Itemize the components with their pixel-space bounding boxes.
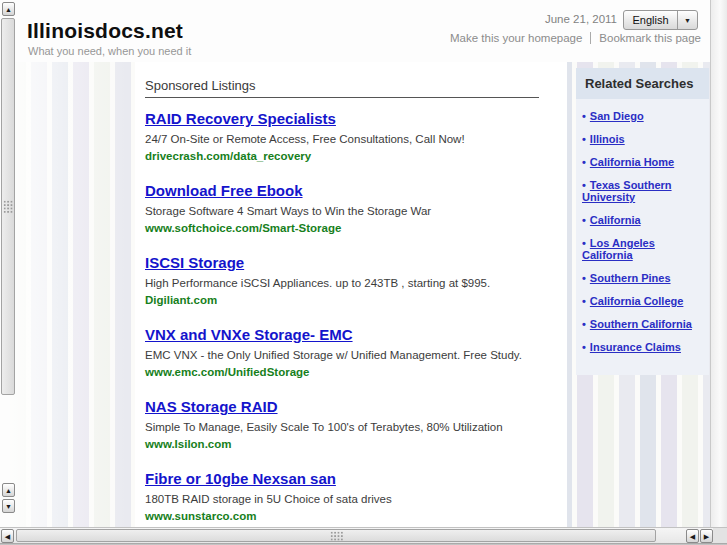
vertical-scrollbar-thumb[interactable] (1, 18, 15, 395)
listing-item: Fibre or 10gbe Nexsan san 180TB RAID sto… (145, 470, 567, 523)
listing-title-link[interactable]: NAS Storage RAID (145, 398, 567, 416)
listing-display-url[interactable]: www.Isilon.com (145, 437, 567, 451)
scrollbar-grip-icon (330, 531, 343, 541)
header-links: Make this your homepageBookmark this pag… (450, 32, 701, 44)
listing-title-link[interactable]: ISCSI Storage (145, 254, 567, 272)
scroll-down-icon: ▼ (5, 503, 12, 510)
listing-display-url[interactable]: www.sunstarco.com (145, 509, 567, 523)
scroll-up-icon: ▲ (5, 6, 12, 13)
related-search-link[interactable]: •Illinois (582, 133, 703, 145)
bullet-icon: • (582, 318, 586, 330)
make-homepage-link[interactable]: Make this your homepage (450, 32, 582, 44)
scroll-left-icon: ◀ (690, 533, 695, 540)
listing-display-url[interactable]: Digiliant.com (145, 293, 567, 307)
listing-display-url[interactable]: drivecrash.com/data_recovery (145, 149, 567, 163)
sponsored-listings-heading: Sponsored Listings (145, 78, 567, 93)
listing-display-url[interactable]: www.softchoice.com/Smart-Storage (145, 221, 567, 235)
language-selector[interactable]: English ▼ (623, 10, 698, 30)
bullet-icon: • (582, 133, 586, 145)
site-tagline: What you need, when you need it (28, 45, 191, 57)
scroll-up-button-bottom[interactable]: ▲ (2, 483, 15, 497)
bullet-icon: • (582, 214, 586, 226)
related-searches-panel: Related Searches •San Diego •Illinois •C… (576, 68, 709, 375)
scroll-left-icon: ◀ (5, 533, 10, 540)
scroll-down-button[interactable]: ▼ (2, 499, 15, 513)
listing-item: ISCSI Storage High Performance iSCSI App… (145, 254, 567, 307)
scroll-left-button[interactable]: ◀ (1, 529, 14, 543)
listing-title-link[interactable]: RAID Recovery Specialists (145, 110, 567, 128)
listing-description: 24/7 On-Site or Remote Access, Free Cons… (145, 132, 567, 146)
related-search-link[interactable]: •California Home (582, 156, 703, 168)
related-search-link[interactable]: •Insurance Claims (582, 341, 703, 353)
listing-title-link[interactable]: Fibre or 10gbe Nexsan san (145, 470, 567, 488)
scroll-right-button[interactable]: ▶ (700, 529, 713, 543)
listing-item: VNX and VNXe Storage- EMC EMC VNX - the … (145, 326, 567, 379)
listing-display-url[interactable]: www.emc.com/UnifiedStorage (145, 365, 567, 379)
scroll-right-icon: ▶ (704, 533, 709, 540)
sponsored-listings-panel: Sponsored Listings RAID Recovery Special… (135, 62, 567, 527)
scrollbar-grip-icon (3, 200, 13, 213)
listing-item: NAS Storage RAID Simple To Manage, Easil… (145, 398, 567, 451)
related-search-link[interactable]: •Los Angeles California (582, 237, 703, 261)
scroll-up-button[interactable]: ▲ (2, 2, 15, 16)
background-stripes-fade (10, 62, 140, 527)
bullet-icon: • (582, 179, 586, 191)
bullet-icon: • (582, 295, 586, 307)
listing-item: RAID Recovery Specialists 24/7 On-Site o… (145, 110, 567, 163)
bullet-icon: • (582, 237, 586, 249)
language-selected-value: English (624, 14, 677, 26)
scrollbar-corner (713, 527, 727, 543)
scroll-left-button-right[interactable]: ◀ (686, 529, 699, 543)
vertical-scrollbar-track[interactable] (710, 0, 727, 527)
related-search-link[interactable]: •Texas Southern University (582, 179, 703, 203)
horizontal-scrollbar-thumb[interactable] (16, 529, 656, 542)
related-searches-heading: Related Searches (576, 68, 709, 99)
related-search-link[interactable]: •Southern Pines (582, 272, 703, 284)
listing-item: Download Free Ebook Storage Software 4 S… (145, 182, 567, 235)
bookmark-page-link[interactable]: Bookmark this page (599, 32, 701, 44)
chevron-down-icon[interactable]: ▼ (677, 11, 697, 29)
related-search-link[interactable]: •California (582, 214, 703, 226)
bullet-icon: • (582, 341, 586, 353)
site-title: Illinoisdocs.net (27, 19, 183, 43)
bullet-icon: • (582, 272, 586, 284)
listing-description: High Performance iSCSI Appliances. up to… (145, 276, 567, 290)
listing-title-link[interactable]: Download Free Ebook (145, 182, 567, 200)
bullet-icon: • (582, 110, 586, 122)
bullet-icon: • (582, 156, 586, 168)
listing-description: Simple To Manage, Easily Scale To 100's … (145, 420, 567, 434)
listing-description: Storage Software 4 Smart Ways to Win the… (145, 204, 567, 218)
related-searches-list: •San Diego •Illinois •California Home •T… (576, 99, 709, 375)
listing-description: 180TB RAID storage in 5U Choice of sata … (145, 492, 567, 506)
scroll-up-icon: ▲ (5, 487, 12, 494)
listing-description: EMC VNX - the Only Unified Storage w/ Un… (145, 348, 567, 362)
header-links-separator (590, 32, 591, 44)
related-search-link[interactable]: •California College (582, 295, 703, 307)
date-label: June 21, 2011 (545, 13, 617, 25)
listing-title-link[interactable]: VNX and VNXe Storage- EMC (145, 326, 567, 344)
related-search-link[interactable]: •Southern California (582, 318, 703, 330)
related-search-link[interactable]: •San Diego (582, 110, 703, 122)
heading-divider (145, 97, 539, 98)
